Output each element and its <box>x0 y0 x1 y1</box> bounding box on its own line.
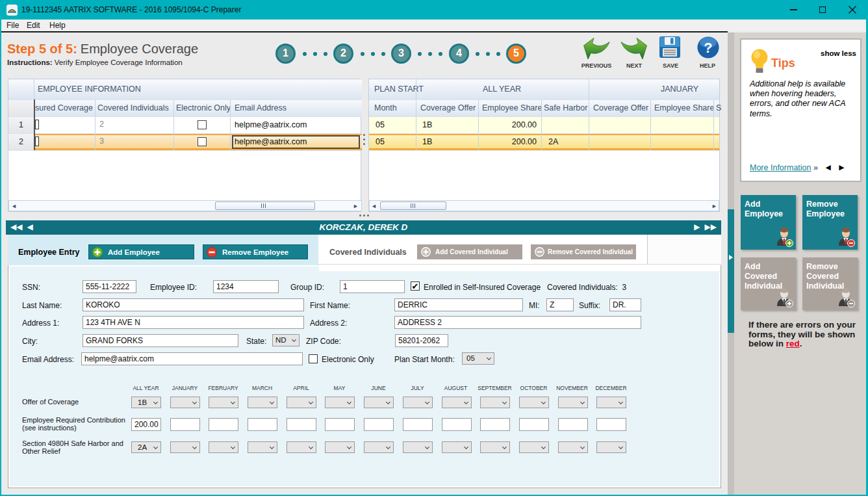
svg-text:?: ? <box>704 40 712 56</box>
